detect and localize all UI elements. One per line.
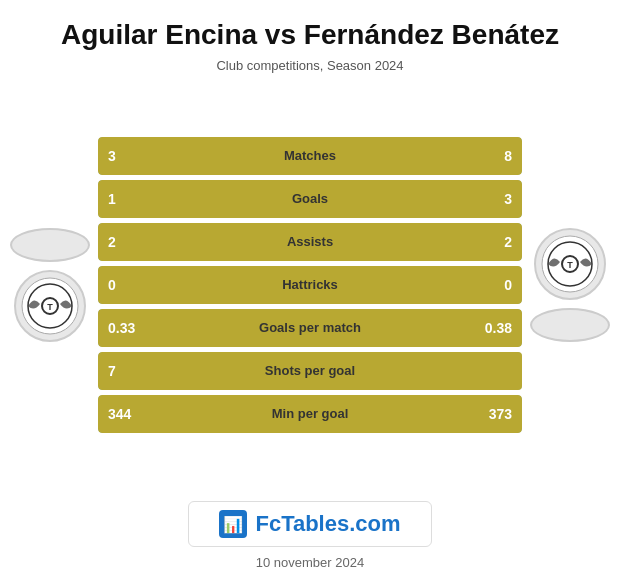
fctables-banner: 📊 FcTables.com: [188, 501, 431, 547]
svg-text:T: T: [567, 260, 573, 270]
stat-val-right-3: 0: [504, 277, 512, 293]
stats-container: 3Matches81Goals32Assists20Hattricks00.33…: [90, 137, 530, 433]
match-subtitle: Club competitions, Season 2024: [216, 58, 403, 73]
stat-row-6: 344Min per goal373: [98, 395, 522, 433]
bar-right-1: [204, 180, 522, 218]
stat-val-right-6: 373: [489, 406, 512, 422]
content-area: T 3Matches81Goals32Assists20Hattricks00.…: [0, 83, 620, 487]
bar-right-2: [310, 223, 522, 261]
stat-val-left-3: 0: [108, 277, 116, 293]
bar-left-3: [98, 266, 310, 304]
stat-val-right-0: 8: [504, 148, 512, 164]
bar-right-3: [310, 266, 522, 304]
stat-label-4: Goals per match: [259, 320, 361, 335]
bar-right-0: [212, 137, 522, 175]
fctables-brand: Tables.com: [281, 511, 400, 536]
stat-row-0: 3Matches8: [98, 137, 522, 175]
svg-text:T: T: [47, 302, 53, 312]
left-team-logo: T: [10, 228, 90, 342]
bar-left-2: [98, 223, 310, 261]
stat-label-5: Shots per goal: [265, 363, 355, 378]
match-title: Aguilar Encina vs Fernández Benátez: [41, 18, 579, 52]
stat-val-right-4: 0.38: [485, 320, 512, 336]
stat-val-right-1: 3: [504, 191, 512, 207]
stat-val-left-2: 2: [108, 234, 116, 250]
stat-val-left-6: 344: [108, 406, 131, 422]
stat-row-3: 0Hattricks0: [98, 266, 522, 304]
stat-label-0: Matches: [284, 148, 336, 163]
stat-row-4: 0.33Goals per match0.38: [98, 309, 522, 347]
stat-val-right-2: 2: [504, 234, 512, 250]
left-team-circle: T: [14, 270, 86, 342]
fctables-icon: 📊: [219, 510, 247, 538]
stat-val-left-0: 3: [108, 148, 116, 164]
stat-val-left-4: 0.33: [108, 320, 135, 336]
stat-row-1: 1Goals3: [98, 180, 522, 218]
stat-val-left-1: 1: [108, 191, 116, 207]
page: Aguilar Encina vs Fernández Benátez Club…: [0, 0, 620, 580]
stat-row-5: 7Shots per goal: [98, 352, 522, 390]
stat-label-6: Min per goal: [272, 406, 349, 421]
stat-val-left-5: 7: [108, 363, 116, 379]
fctables-text: FcTables.com: [255, 511, 400, 537]
left-team-oval: [10, 228, 90, 262]
stat-row-2: 2Assists2: [98, 223, 522, 261]
footer-date: 10 november 2024: [256, 555, 364, 570]
right-team-oval: [530, 308, 610, 342]
stat-label-3: Hattricks: [282, 277, 338, 292]
right-team-circle: T: [534, 228, 606, 300]
stat-label-2: Assists: [287, 234, 333, 249]
right-team-logo: T: [530, 228, 610, 342]
fctables-fc: Fc: [255, 511, 281, 536]
stat-label-1: Goals: [292, 191, 328, 206]
